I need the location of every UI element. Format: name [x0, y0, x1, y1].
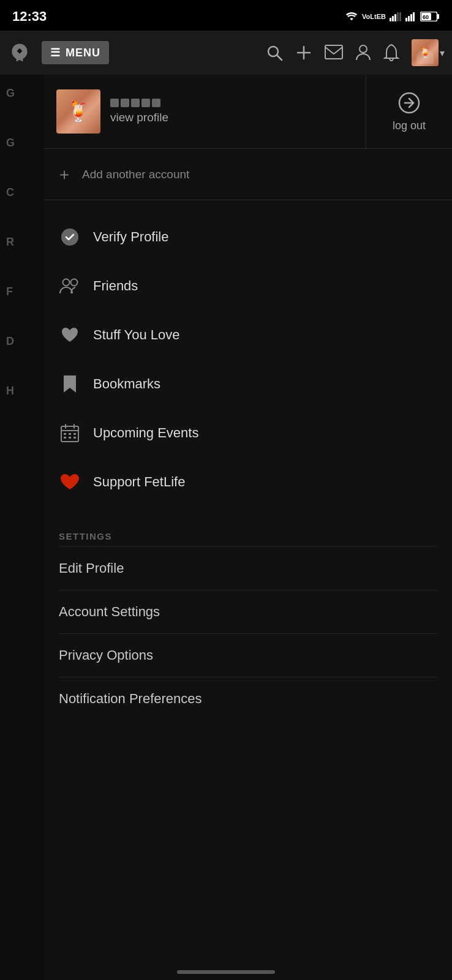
calendar-icon — [59, 422, 81, 444]
svg-rect-31 — [64, 437, 66, 439]
bg-letter-f: F — [6, 285, 38, 298]
svg-rect-2 — [394, 14, 396, 21]
username-redacted-1 — [110, 99, 119, 107]
nav-avatar-image — [412, 39, 439, 66]
heart-icon — [61, 326, 79, 344]
friends-icon — [59, 275, 81, 297]
svg-text:60: 60 — [423, 14, 429, 20]
menu-item-events[interactable]: Upcoming Events — [44, 409, 452, 458]
menu-label: MENU — [66, 47, 100, 59]
settings-edit-profile-label: Edit Profile — [59, 560, 124, 576]
settings-section: SETTINGS Edit Profile Account Settings P… — [44, 519, 452, 726]
settings-privacy-label: Privacy Options — [59, 647, 153, 663]
svg-rect-3 — [397, 12, 399, 21]
network-indicator: VoLtEB — [362, 13, 386, 20]
battery-icon: 60 — [420, 12, 440, 21]
settings-item-notifications[interactable]: Notification Preferences — [59, 677, 437, 720]
menu-item-support[interactable]: Support FetLife — [44, 458, 452, 507]
logo — [7, 40, 32, 65]
menu-button[interactable]: ☰ MENU — [42, 41, 109, 64]
svg-line-14 — [277, 55, 282, 60]
search-icon — [266, 44, 283, 61]
bg-letter-r: R — [6, 236, 38, 249]
svg-rect-30 — [73, 433, 76, 435]
verified-badge-icon — [60, 227, 80, 247]
settings-item-privacy[interactable]: Privacy Options — [59, 633, 437, 677]
svg-point-21 — [61, 228, 78, 246]
svg-rect-29 — [69, 433, 71, 435]
profile-username — [110, 99, 168, 107]
avatar-img — [412, 39, 439, 66]
settings-item-edit-profile[interactable]: Edit Profile — [59, 546, 437, 590]
top-nav: ☰ MENU — [0, 31, 452, 75]
menu-bookmarks-label: Bookmarks — [93, 376, 160, 392]
search-button[interactable] — [266, 44, 283, 61]
bg-letter-h: H — [6, 385, 38, 398]
menu-friends-label: Friends — [93, 278, 138, 294]
add-account-icon: ＋ — [56, 164, 72, 185]
status-bar: 12:33 VoLtEB 60 — [0, 0, 452, 31]
envelope-icon — [325, 45, 343, 61]
svg-rect-1 — [392, 16, 394, 21]
profile-button[interactable] — [355, 44, 371, 61]
view-profile-link[interactable]: view profile — [110, 111, 168, 124]
hamburger-icon: ☰ — [50, 46, 61, 59]
bg-letters: G G C R F D H — [0, 75, 44, 410]
bg-letter-g1: G — [6, 87, 38, 100]
add-account-row[interactable]: ＋ Add another account — [44, 149, 452, 200]
love-icon — [59, 324, 81, 346]
svg-point-22 — [63, 279, 70, 286]
wifi-icon — [345, 12, 358, 21]
svg-rect-17 — [325, 45, 342, 59]
menu-verify-label: Verify Profile — [93, 229, 169, 245]
bookmark-icon — [59, 373, 81, 395]
user-avatar-nav[interactable]: ▾ — [412, 39, 445, 66]
status-time: 12:33 — [12, 9, 47, 24]
bg-letter-d: D — [6, 335, 38, 348]
status-icons: VoLtEB 60 — [345, 12, 440, 21]
add-button[interactable] — [295, 44, 312, 61]
profile-avatar-img: 🍹 — [56, 89, 100, 134]
support-heart-icon — [60, 473, 80, 491]
settings-heading: SETTINGS — [59, 531, 437, 541]
username-redacted-5 — [152, 99, 160, 107]
plus-icon — [295, 44, 312, 61]
svg-point-23 — [71, 279, 78, 286]
verify-icon — [59, 226, 81, 248]
settings-notifications-label: Notification Preferences — [59, 691, 202, 706]
svg-rect-4 — [399, 12, 401, 21]
settings-item-account[interactable]: Account Settings — [59, 590, 437, 633]
messages-button[interactable] — [325, 45, 343, 61]
menu-love-label: Stuff You Love — [93, 327, 180, 343]
signal-bars-2 — [405, 12, 416, 21]
logout-icon — [397, 91, 421, 115]
drawer-logout-section[interactable]: log out — [366, 75, 452, 148]
svg-rect-6 — [408, 16, 410, 21]
drawer-menu: Verify Profile Friends Stuff You Love — [44, 200, 452, 519]
username-redacted-2 — [121, 99, 129, 107]
add-account-label: Add another account — [82, 168, 189, 181]
sidebar-bg: G G C R F D H — [0, 75, 44, 980]
nav-icons: ▾ — [266, 39, 445, 66]
home-indicator — [177, 970, 275, 974]
svg-point-18 — [360, 45, 367, 53]
username-redacted-4 — [141, 99, 150, 107]
svg-rect-7 — [410, 14, 412, 21]
menu-item-bookmarks[interactable]: Bookmarks — [44, 360, 452, 409]
menu-item-love[interactable]: Stuff You Love — [44, 311, 452, 360]
drawer: 🍹 view profile log out — [44, 75, 452, 980]
drawer-profile-left[interactable]: 🍹 view profile — [44, 75, 366, 148]
logo-icon — [9, 42, 31, 64]
person-icon — [355, 44, 371, 61]
notifications-button[interactable] — [383, 43, 399, 62]
menu-item-verify[interactable]: Verify Profile — [44, 213, 452, 262]
chevron-down-icon: ▾ — [440, 47, 445, 59]
logout-label: log out — [393, 119, 426, 132]
svg-rect-33 — [73, 437, 76, 439]
menu-support-label: Support FetLife — [93, 474, 185, 490]
svg-rect-10 — [437, 14, 439, 19]
bg-letter-g3: C — [6, 186, 38, 199]
profile-avatar: 🍹 — [56, 89, 100, 134]
menu-item-friends[interactable]: Friends — [44, 262, 452, 311]
bookmark-ribbon-icon — [62, 374, 77, 394]
